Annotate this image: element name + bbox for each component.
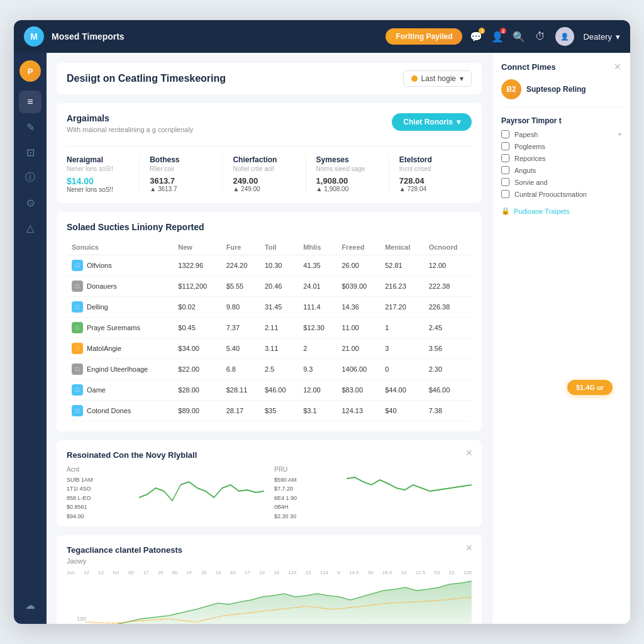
stats-card-title: Argaimals	[67, 113, 193, 123]
nav-title: Mosed Timeports	[52, 31, 378, 42]
table-cell: 28.17	[221, 401, 260, 421]
row-icon-label: □Olfvions	[72, 260, 112, 271]
table-cell: 2.5	[260, 359, 298, 380]
sidebar-item-menu[interactable]: ≡	[19, 91, 42, 113]
sidebar-item-info[interactable]: ⓘ	[19, 166, 42, 189]
filter-checkbox[interactable]	[501, 142, 509, 150]
table-cell: $5.55	[221, 276, 260, 297]
x-axis-label: 17	[143, 570, 149, 575]
page-header: Desiigt on Ceatling Timeskeoring Last ho…	[57, 63, 482, 94]
stats-card-subtitle: With maional rentealining a g cornplenal…	[67, 126, 193, 133]
chart-value: $94.00	[67, 512, 129, 521]
stat-item: Bothess Rlier coii 3613.7 ▲ 3613.7	[140, 155, 223, 193]
x-axis-label: 60	[172, 570, 177, 575]
filter-checkbox[interactable]	[501, 190, 509, 198]
table-row: □Oame$28.00$28.11$46.0012.00$83.00$44.00…	[67, 380, 472, 401]
profile-avatar: B2	[501, 79, 521, 99]
x-axis-label: 9	[337, 570, 340, 575]
table-cell: $28.00	[173, 380, 221, 401]
stat-item: Symeses Norns sieed sage 1,908.00 ▲ 1,90…	[306, 155, 389, 193]
sidebar-item-edit[interactable]: ✎	[19, 116, 42, 138]
user-icon[interactable]: 👤 2	[491, 30, 504, 43]
clock-icon[interactable]: ⏱	[534, 30, 547, 43]
area-chart	[86, 578, 472, 624]
table-row: □Olfvions1322.96224.2010.3041.3526.0052.…	[67, 255, 472, 276]
chart-1-close[interactable]: ✕	[465, 448, 473, 458]
cta-nav-button[interactable]: Forlting Payiled	[386, 28, 462, 45]
x-axis-label: 124	[288, 570, 296, 575]
search-icon[interactable]: 🔍	[513, 30, 525, 43]
sidebar: P ≡ ✎ ⊡ ⓘ ⊙ △ ☁	[14, 53, 47, 624]
panel-close-icon[interactable]: ✕	[614, 62, 621, 72]
chart-1-sparkline	[139, 466, 264, 510]
float-button[interactable]: $1.4G ur	[567, 380, 613, 395]
x-axis-label: 16.5	[382, 570, 392, 575]
stat-sublabel: Rlier coii	[150, 165, 212, 172]
row-icon-badge: □	[72, 260, 83, 271]
page-header-button[interactable]: Last hogie ▾	[403, 70, 472, 87]
x-axis-label: 30	[368, 570, 374, 575]
x-axis-label: 15	[449, 570, 455, 575]
table-cell: $40	[380, 401, 424, 421]
chat-icon[interactable]: 💬 3	[470, 30, 482, 43]
stat-value: $14.00	[67, 176, 129, 186]
avatar: 👤	[555, 27, 574, 46]
stats-cta-button[interactable]: Chiet Ronoris ▾	[392, 113, 472, 131]
table-row: □Cotond Dones$89.0028.17$35$3.1124.13$40…	[67, 401, 472, 421]
stat-label: Bothess	[150, 155, 212, 164]
filter-checkbox[interactable]	[501, 178, 509, 186]
table-cell: $039.00	[336, 276, 380, 297]
filter-checkbox[interactable]	[501, 154, 509, 162]
nav-logo: M	[24, 26, 44, 47]
row-icon-label: □Oame	[72, 384, 106, 396]
btn-dot	[411, 75, 418, 82]
table-cell: 226.38	[424, 297, 472, 318]
chart-1-panel1-values: SUlB 1AM1T1I 4SO858 L-EO$0.8561$94.00	[67, 475, 129, 521]
filter-item[interactable]: Sorvie and	[501, 178, 621, 186]
top-nav: M Mosed Timeports Forlting Payiled 💬 3 👤…	[14, 20, 630, 53]
chart-1-svg2	[347, 466, 472, 510]
panel-header: Connct Pimes ✕	[501, 62, 621, 72]
chart-2-close[interactable]: ✕	[465, 543, 473, 553]
chart-2-card: Tegacliance clantel Patonests Jaowy ✕ Ju…	[57, 535, 482, 624]
x-axis-label: 114	[320, 570, 328, 575]
table-col-header: Ocnoord	[424, 240, 472, 255]
table-cell: 11.00	[336, 318, 380, 338]
x-axis-label: 12	[98, 570, 104, 575]
filter-checkbox[interactable]	[501, 166, 509, 174]
panel-link[interactable]: 🔒 Pudioaoe Traipets	[501, 207, 621, 215]
filter-item[interactable]: Anguts	[501, 166, 621, 174]
filter-item[interactable]: Reporices	[501, 154, 621, 162]
chart-1-sparkline2	[347, 466, 472, 510]
filter-item[interactable]: Cuntral Proouctsmation	[501, 190, 621, 198]
row-icon-badge: □	[72, 364, 83, 375]
sidebar-item-circle[interactable]: ⊙	[19, 191, 42, 214]
table-cell: $22.00	[173, 359, 221, 380]
stat-value: 3613.7	[150, 176, 212, 186]
sidebar-item-grid[interactable]: ⊡	[19, 141, 42, 164]
stat-change: Nener lons soS!!	[67, 186, 129, 193]
chart-value: SUlB 1AM	[67, 475, 129, 484]
table-cell: 3.56	[424, 338, 472, 359]
stats-header-row: Argaimals With maional rentealining a g …	[67, 113, 472, 142]
stat-value: 728.04	[399, 176, 462, 186]
table-cell: 9.80	[221, 297, 260, 318]
table-header-row: SonuicsNewFureToilMhlisFreeedMenicalOcno…	[67, 240, 472, 255]
x-axis-label: 14.5	[349, 570, 359, 575]
table-cell-name: □Cotond Dones	[67, 401, 173, 421]
chart-1-panel2-title: PRU	[274, 466, 336, 473]
user-name[interactable]: Deatery ▾	[583, 32, 620, 42]
sidebar-item-cloud[interactable]: ☁	[19, 594, 42, 616]
filter-item[interactable]: Pogleems	[501, 142, 621, 150]
filter-checkbox[interactable]	[501, 130, 509, 138]
table-cell: $34.00	[173, 338, 221, 359]
stat-sublabel: Norns sieed sage	[316, 165, 379, 172]
filter-item[interactable]: Papesh▾	[501, 130, 621, 138]
sidebar-item-alert[interactable]: △	[19, 216, 42, 239]
row-icon-badge: □	[72, 280, 83, 292]
x-axis-label: 15	[306, 570, 311, 575]
table-row: □MatolAngie$34.005.403.11221.0033.56	[67, 338, 472, 359]
table-cell: 9.3	[298, 359, 336, 380]
x-axis-label: J5	[158, 570, 163, 575]
chart-1-panel2-values: $590 AM$7,7.206E4 1.900B4H$2.30 30	[274, 475, 336, 521]
